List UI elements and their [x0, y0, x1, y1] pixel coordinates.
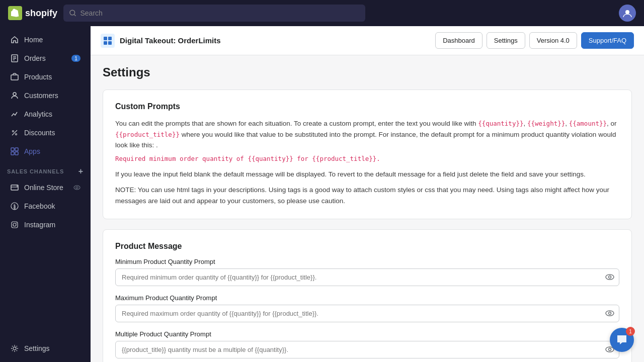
- sidebar-bottom: Settings: [0, 335, 91, 362]
- custom-prompts-para1: You can edit the prompts that are shown …: [115, 118, 619, 164]
- custom-prompts-para2: If you leave the input field blank the d…: [115, 169, 619, 180]
- product-message-title: Product Message: [115, 242, 619, 251]
- shopify-logo-icon: [8, 6, 22, 20]
- svg-point-35: [609, 348, 611, 351]
- svg-rect-22: [12, 222, 18, 228]
- main-content: Digital Takeout: OrderLimits Dashboard S…: [91, 26, 644, 362]
- sidebar: Home Orders 1 Products Customers Analyti…: [0, 26, 91, 362]
- sidebar-item-orders[interactable]: Orders 1: [3, 49, 88, 67]
- facebook-icon: [10, 202, 19, 211]
- app-title: Digital Takeout: OrderLimits: [120, 36, 221, 45]
- svg-point-23: [13, 223, 16, 226]
- var-quantity: {{quantity}}: [478, 120, 523, 127]
- var-weight: {{weight}}: [527, 120, 565, 127]
- sidebar-item-customers[interactable]: Customers: [3, 86, 88, 105]
- sidebar-item-analytics[interactable]: Analytics: [3, 105, 88, 123]
- custom-prompts-para3: NOTE: You can use html tags in your desc…: [115, 185, 619, 206]
- sidebar-item-home[interactable]: Home: [3, 31, 88, 49]
- sidebar-item-settings[interactable]: Settings: [3, 339, 88, 357]
- min-product-input-wrapper: [115, 268, 619, 286]
- svg-rect-12: [11, 148, 14, 151]
- app-header: Digital Takeout: OrderLimits Dashboard S…: [91, 26, 644, 55]
- sidebar-item-online-store[interactable]: Online Store: [3, 178, 88, 197]
- min-product-group: Minimum Product Quantity Prompt: [115, 258, 619, 286]
- analytics-icon: [10, 110, 19, 119]
- svg-point-32: [606, 311, 614, 316]
- version-button[interactable]: Version 4.0: [529, 32, 577, 49]
- home-icon: [10, 35, 19, 44]
- sales-channels-section: SALES CHANNELS +: [0, 161, 91, 178]
- top-navigation: shopify: [0, 0, 644, 26]
- svg-point-24: [16, 223, 17, 224]
- orders-badge: 1: [71, 55, 80, 62]
- svg-point-30: [606, 275, 614, 280]
- min-product-eye-icon[interactable]: [605, 273, 614, 282]
- max-product-input-wrapper: [115, 305, 619, 322]
- min-product-label: Minimum Product Quantity Prompt: [115, 258, 619, 265]
- sidebar-item-facebook[interactable]: Facebook: [3, 197, 88, 215]
- search-bar[interactable]: [63, 5, 365, 22]
- min-product-input[interactable]: [115, 268, 619, 286]
- online-store-icon: [10, 183, 19, 192]
- svg-line-1: [74, 15, 76, 16]
- max-product-label: Maximum Product Quantity Prompt: [115, 294, 619, 302]
- dashboard-button[interactable]: Dashboard: [435, 32, 482, 49]
- svg-point-9: [13, 131, 14, 132]
- settings-icon: [10, 344, 19, 353]
- multiple-product-input[interactable]: [115, 341, 619, 358]
- sidebar-item-discounts[interactable]: Discounts: [3, 124, 88, 142]
- multiple-product-input-wrapper: [115, 341, 619, 358]
- chat-badge: 1: [626, 327, 635, 336]
- search-icon: [69, 10, 76, 17]
- svg-point-10: [16, 134, 17, 135]
- user-avatar-container[interactable]: [619, 5, 636, 22]
- page-title: Settings: [103, 65, 632, 79]
- customers-icon: [10, 91, 19, 100]
- svg-rect-28: [104, 41, 107, 45]
- svg-rect-14: [11, 152, 14, 155]
- apps-icon: [10, 147, 19, 156]
- custom-prompts-card: Custom Prompts You can edit the prompts …: [103, 89, 632, 219]
- max-product-input[interactable]: [115, 305, 619, 322]
- multiple-product-group: Multiple Product Quantity Prompt: [115, 330, 619, 358]
- multiple-product-label: Multiple Product Quantity Prompt: [115, 330, 619, 338]
- add-channel-btn[interactable]: +: [78, 167, 84, 176]
- instagram-icon: [10, 220, 19, 229]
- discounts-icon: [10, 128, 19, 137]
- svg-point-31: [609, 276, 611, 279]
- svg-point-18: [17, 186, 18, 187]
- svg-rect-29: [108, 41, 112, 45]
- svg-point-21: [11, 203, 18, 210]
- svg-rect-7: [11, 75, 18, 80]
- svg-point-2: [625, 10, 629, 14]
- app-icon: [101, 34, 115, 48]
- search-input[interactable]: [80, 9, 360, 17]
- var-product-title: {{product_title}}: [115, 131, 180, 138]
- svg-rect-27: [108, 37, 112, 40]
- shopify-logo: shopify: [8, 6, 57, 20]
- custom-prompts-title: Custom Prompts: [115, 102, 619, 111]
- product-message-card: Product Message Minimum Product Quantity…: [103, 229, 632, 362]
- support-button[interactable]: Support/FAQ: [581, 32, 634, 49]
- shopify-text: shopify: [25, 8, 57, 19]
- settings-button[interactable]: Settings: [487, 32, 525, 49]
- svg-line-11: [12, 130, 17, 135]
- online-store-eye[interactable]: [73, 184, 80, 191]
- svg-point-19: [74, 186, 80, 190]
- sidebar-item-products[interactable]: Products: [3, 68, 88, 86]
- svg-point-20: [76, 187, 78, 189]
- chat-button[interactable]: 1: [610, 328, 634, 352]
- sidebar-item-apps[interactable]: Apps: [3, 142, 88, 160]
- svg-rect-15: [15, 152, 18, 155]
- app-header-right: Dashboard Settings Version 4.0 Support/F…: [435, 32, 634, 49]
- max-product-group: Maximum Product Quantity Prompt: [115, 294, 619, 322]
- svg-point-8: [13, 93, 16, 96]
- var-amount: {{amount}}: [569, 120, 607, 127]
- user-avatar[interactable]: [619, 5, 636, 22]
- svg-rect-26: [104, 37, 107, 40]
- max-product-eye-icon[interactable]: [605, 309, 614, 318]
- svg-point-33: [609, 312, 611, 315]
- sidebar-item-instagram[interactable]: Instagram: [3, 216, 88, 234]
- example-code: Required minimum order quantity of {{qua…: [115, 154, 619, 164]
- svg-point-0: [70, 10, 75, 15]
